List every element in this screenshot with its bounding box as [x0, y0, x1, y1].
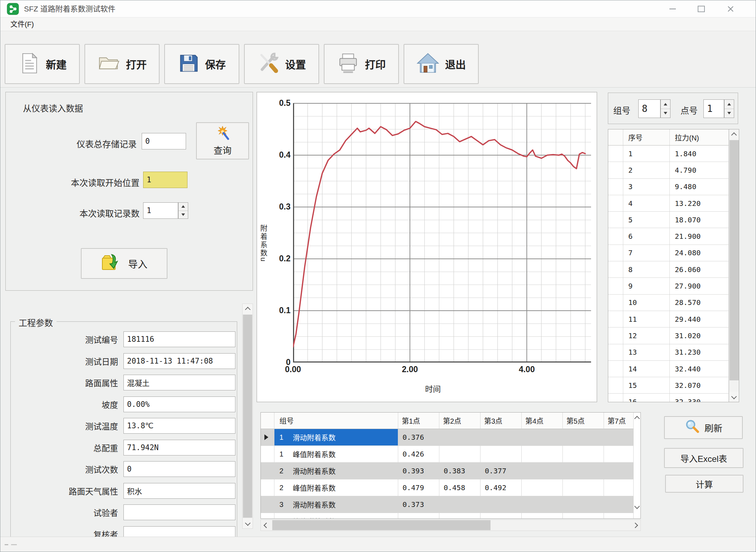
param-row: 测试日期2018-11-13 11:47:08: [11, 350, 238, 372]
table-row[interactable]: 621.900: [608, 228, 739, 245]
query-button[interactable]: 查询: [196, 122, 249, 159]
results-table-scrollbar[interactable]: [634, 415, 641, 517]
force-table-scrollbar[interactable]: [729, 129, 739, 402]
param-input[interactable]: 积水: [123, 483, 235, 499]
result-row[interactable]: 2滑动附着系数0.3930.3830.377: [261, 463, 640, 479]
stepper-up-button[interactable]: [179, 203, 188, 211]
save-button[interactable]: 保存: [164, 44, 239, 84]
scroll-down-button[interactable]: [243, 518, 253, 528]
open-button[interactable]: 打开: [84, 44, 160, 84]
stepper-up-button[interactable]: [661, 100, 670, 109]
column-header[interactable]: 第7点: [604, 413, 634, 429]
maximize-icon: [698, 6, 705, 12]
arrow-up-icon: [727, 103, 731, 105]
scrollbar-thumb[interactable]: [730, 140, 739, 380]
table-row[interactable]: 1231.020: [608, 327, 739, 344]
scrollbar-thumb[interactable]: [243, 315, 252, 518]
y-tick-label: 0.3: [268, 202, 291, 212]
param-input[interactable]: 71.942N: [123, 440, 235, 455]
param-input[interactable]: 13.8℃: [123, 418, 235, 434]
scroll-right-button[interactable]: [630, 520, 640, 531]
point-input[interactable]: 1: [703, 99, 724, 118]
stepper-down-button[interactable]: [179, 211, 188, 219]
import-excel-button[interactable]: 导入Excel表: [664, 448, 743, 468]
menu-file[interactable]: 文件(F): [7, 18, 38, 31]
column-header[interactable]: 第3点: [481, 413, 522, 429]
force-cell: 28.570: [670, 295, 729, 311]
param-input[interactable]: 2018-11-13 11:47:08: [123, 353, 235, 369]
table-row[interactable]: 1028.570: [608, 295, 739, 311]
group-input[interactable]: 8: [638, 99, 660, 118]
refresh-button[interactable]: 刷新: [664, 416, 743, 439]
table-row[interactable]: 11.840: [608, 146, 739, 162]
chevron-left-icon: [263, 522, 269, 528]
table-row[interactable]: 724.080: [608, 245, 739, 261]
minimize-button[interactable]: [661, 0, 684, 18]
column-header[interactable]: 组号: [274, 413, 398, 429]
import-button[interactable]: 导入: [81, 248, 167, 279]
table-row[interactable]: 39.480: [608, 179, 739, 195]
result-row[interactable]: 1滑动附着系数0.376: [261, 429, 640, 446]
scroll-down-button[interactable]: [729, 392, 739, 402]
import-folder-icon: [101, 254, 122, 273]
table-row[interactable]: 826.060: [608, 261, 739, 278]
scroll-up-button[interactable]: [243, 304, 253, 314]
param-input[interactable]: 181116: [123, 331, 235, 347]
table-row[interactable]: 1331.230: [608, 344, 739, 361]
table-row[interactable]: 1532.070: [608, 377, 739, 394]
stepper-down-button[interactable]: [661, 109, 670, 118]
param-input[interactable]: 混凝土: [123, 375, 235, 390]
app-icon: [7, 3, 19, 15]
results-table-header: 组号第1点第2点第3点第4点第5点第7点: [261, 413, 640, 429]
start-pos-input[interactable]: 1: [143, 172, 187, 188]
column-header[interactable]: 第5点: [563, 413, 604, 429]
column-header[interactable]: 第4点: [522, 413, 563, 429]
table-row[interactable]: 518.070: [608, 212, 739, 228]
column-header-index[interactable]: 序号: [623, 129, 670, 146]
close-button[interactable]: [719, 0, 742, 18]
value-cell: [604, 429, 634, 446]
scroll-left-button[interactable]: [261, 520, 272, 531]
results-hscrollbar[interactable]: [260, 519, 641, 531]
stepper-up-button[interactable]: [725, 100, 734, 109]
new-button[interactable]: 新建: [5, 44, 80, 84]
param-row: 坡度0.00%: [11, 394, 238, 415]
left-panel-scrollbar[interactable]: [242, 304, 253, 529]
calculate-button[interactable]: 计算: [665, 475, 743, 493]
row-header-cell: [608, 129, 623, 146]
column-header-force[interactable]: 拉力(N): [670, 129, 729, 146]
print-button[interactable]: 打印: [324, 44, 399, 84]
coefficient-name-cell: 1峰值附着系数: [274, 446, 398, 463]
column-header[interactable]: 第2点: [439, 413, 481, 429]
import-excel-button-label: 导入Excel表: [681, 452, 727, 464]
table-row[interactable]: 1129.440: [608, 311, 739, 327]
row-header-cell: [608, 295, 623, 311]
total-records-input[interactable]: 0: [142, 133, 186, 149]
column-header[interactable]: 第1点: [398, 413, 439, 429]
force-cell: 9.480: [670, 179, 729, 195]
read-count-input[interactable]: 1: [143, 202, 178, 219]
menu-bar: 文件(F): [0, 18, 756, 31]
table-row[interactable]: 1632.330: [608, 394, 739, 402]
param-input[interactable]: [123, 504, 235, 520]
table-row[interactable]: 927.900: [608, 278, 739, 294]
param-input[interactable]: 0.00%: [123, 396, 235, 412]
index-cell: 7: [623, 245, 670, 261]
result-row[interactable]: 3峰值附着系数0.430: [261, 513, 640, 519]
table-row[interactable]: 1432.440: [608, 361, 739, 377]
result-row[interactable]: 1峰值附着系数0.426: [261, 446, 640, 463]
force-cell: 26.060: [670, 261, 729, 278]
table-row[interactable]: 24.790: [608, 162, 739, 178]
result-row[interactable]: 2峰值附着系数0.4790.4580.492: [261, 479, 640, 496]
param-input[interactable]: 0: [123, 461, 235, 477]
x-tick-label: 2.00: [394, 365, 426, 374]
maximize-button[interactable]: [689, 0, 713, 18]
scrollbar-thumb[interactable]: [272, 520, 491, 530]
settings-button[interactable]: 设置: [244, 44, 319, 84]
exit-button[interactable]: 退出: [404, 44, 479, 84]
result-row[interactable]: 3滑动附着系数0.373: [261, 496, 640, 513]
stepper-down-button[interactable]: [725, 109, 734, 118]
scroll-up-button[interactable]: [729, 129, 739, 139]
y-tick-label: 0.2: [268, 254, 291, 263]
table-row[interactable]: 413.220: [608, 195, 739, 212]
